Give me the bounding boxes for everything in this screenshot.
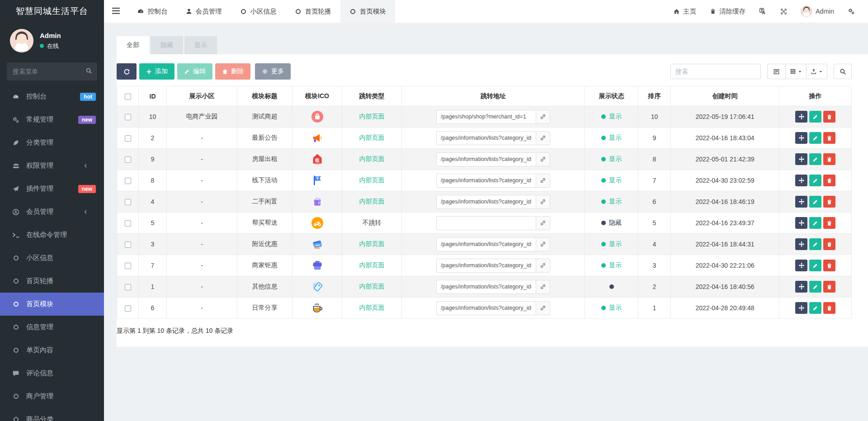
url-input[interactable] [436, 174, 536, 188]
more-button[interactable]: 更多 [255, 63, 291, 80]
url-input[interactable] [436, 280, 536, 294]
refresh-button[interactable] [117, 63, 137, 80]
sidebar-item-9[interactable]: 首页模块 [0, 293, 104, 316]
link-button[interactable] [536, 259, 550, 273]
row-checkbox[interactable] [125, 284, 131, 290]
row-delete-button[interactable] [823, 302, 835, 314]
link-button[interactable] [536, 174, 550, 188]
url-input[interactable] [436, 259, 536, 273]
clear-cache-link[interactable]: 清除缓存 [704, 0, 751, 23]
url-input[interactable] [436, 152, 536, 166]
row-delete-button[interactable] [823, 132, 835, 144]
sidebar-item-8[interactable]: 首页轮播 [0, 270, 104, 293]
sidebar-item-12[interactable]: 评论信息 [0, 362, 104, 385]
link-button[interactable] [536, 152, 550, 166]
row-checkbox[interactable] [125, 114, 131, 120]
row-edit-button[interactable] [809, 281, 821, 293]
language-toggle[interactable] [753, 0, 773, 23]
topbar-tab-0[interactable]: 控制台 [128, 0, 177, 23]
url-input[interactable] [436, 237, 536, 251]
drag-sort-button[interactable] [795, 217, 807, 229]
drag-sort-button[interactable] [795, 281, 807, 293]
user-menu[interactable]: Admin [795, 0, 840, 23]
drag-sort-button[interactable] [795, 175, 807, 186]
row-delete-button[interactable] [823, 111, 835, 123]
sidebar-item-6[interactable]: 在线命令管理 [0, 223, 104, 246]
url-input[interactable] [436, 110, 536, 124]
topbar-tab-3[interactable]: 首页轮播 [286, 0, 340, 23]
sidebar-item-0[interactable]: 控制台hot [0, 85, 104, 108]
row-checkbox[interactable] [125, 199, 131, 205]
sidebar-item-4[interactable]: 插件管理new [0, 177, 104, 200]
detail-view-button[interactable] [767, 64, 785, 79]
add-button[interactable]: 添加 [139, 63, 175, 80]
sidebar-item-10[interactable]: 信息管理 [0, 316, 104, 339]
drag-sort-button[interactable] [795, 302, 807, 314]
sidebar-item-2[interactable]: 分类管理 [0, 131, 104, 154]
link-button[interactable] [536, 216, 550, 230]
row-edit-button[interactable] [809, 238, 821, 250]
row-delete-button[interactable] [823, 153, 835, 165]
filter-tab-1[interactable]: 隐藏 [151, 36, 183, 54]
filter-tab-0[interactable]: 全部 [117, 36, 149, 54]
drag-sort-button[interactable] [795, 111, 807, 123]
drag-sort-button[interactable] [795, 238, 807, 250]
row-delete-button[interactable] [823, 217, 835, 229]
fullscreen-toggle[interactable] [774, 0, 793, 23]
row-delete-button[interactable] [823, 238, 835, 250]
menu-toggle-icon[interactable] [104, 8, 128, 15]
drag-sort-button[interactable] [795, 260, 807, 271]
columns-button[interactable] [785, 64, 806, 79]
sidebar-item-5[interactable]: 会员管理 [0, 200, 104, 223]
row-edit-button[interactable] [809, 302, 821, 314]
sidebar-item-1[interactable]: 常规管理new [0, 108, 104, 131]
row-checkbox[interactable] [125, 135, 131, 142]
row-delete-button[interactable] [823, 260, 835, 271]
link-button[interactable] [536, 280, 550, 294]
sidebar-item-13[interactable]: 商户管理 [0, 385, 104, 408]
drag-sort-button[interactable] [795, 132, 807, 144]
link-button[interactable] [536, 131, 550, 145]
url-input[interactable] [436, 131, 536, 145]
row-checkbox[interactable] [125, 178, 131, 184]
row-checkbox[interactable] [125, 156, 131, 163]
row-edit-button[interactable] [809, 260, 821, 271]
row-edit-button[interactable] [809, 175, 821, 186]
row-delete-button[interactable] [823, 175, 835, 186]
select-all-checkbox[interactable] [125, 94, 131, 100]
settings-menu[interactable] [842, 0, 861, 23]
sidebar-item-11[interactable]: 单页内容 [0, 339, 104, 362]
topbar-tab-2[interactable]: 小区信息 [231, 0, 286, 23]
link-button[interactable] [536, 110, 550, 124]
row-edit-button[interactable] [809, 217, 821, 229]
sidebar-item-3[interactable]: 权限管理 [0, 154, 104, 177]
row-delete-button[interactable] [823, 281, 835, 293]
menu-search-input[interactable] [7, 62, 97, 80]
export-button[interactable] [806, 64, 827, 79]
topbar-tab-4[interactable]: 首页模块 [340, 0, 395, 23]
drag-sort-button[interactable] [795, 153, 807, 165]
row-edit-button[interactable] [809, 132, 821, 144]
drag-sort-button[interactable] [795, 196, 807, 208]
url-input[interactable] [436, 216, 536, 230]
row-checkbox[interactable] [125, 220, 131, 227]
search-button[interactable] [834, 64, 852, 79]
delete-button[interactable]: 删除 [215, 63, 250, 80]
url-input[interactable] [436, 301, 536, 315]
row-checkbox[interactable] [125, 305, 131, 312]
row-checkbox[interactable] [125, 263, 131, 269]
edit-button[interactable]: 编辑 [177, 63, 212, 80]
link-button[interactable] [536, 237, 550, 251]
home-link[interactable]: 主页 [667, 0, 702, 23]
sidebar-item-14[interactable]: 商品分类 [0, 408, 104, 421]
table-search-input[interactable] [670, 64, 761, 79]
row-edit-button[interactable] [809, 196, 821, 208]
row-checkbox[interactable] [125, 241, 131, 248]
sidebar-item-7[interactable]: 小区信息 [0, 246, 104, 270]
filter-tab-2[interactable]: 显示 [184, 36, 217, 54]
link-button[interactable] [536, 301, 550, 315]
row-edit-button[interactable] [809, 111, 821, 123]
url-input[interactable] [436, 195, 536, 209]
topbar-tab-1[interactable]: 会员管理 [177, 0, 231, 23]
link-button[interactable] [536, 195, 550, 209]
